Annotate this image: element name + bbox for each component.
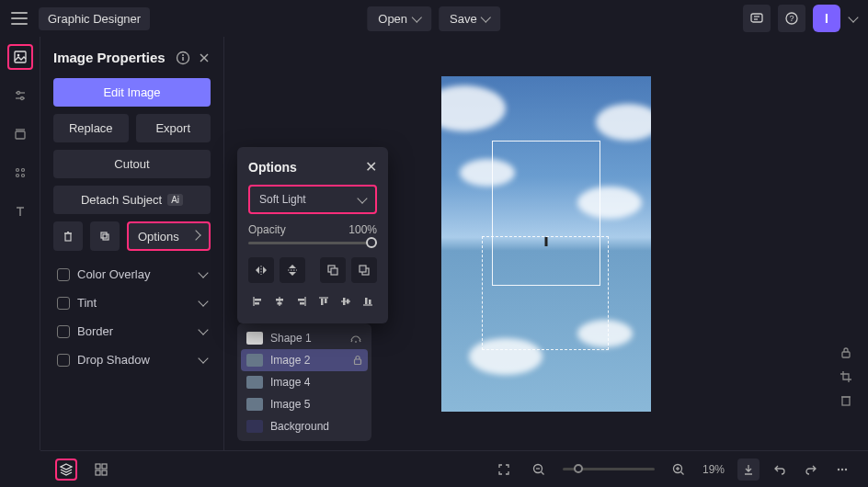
bring-forward-icon[interactable] — [320, 257, 346, 283]
svg-rect-24 — [65, 233, 71, 241]
grid-icon[interactable] — [90, 459, 112, 481]
canvas-image[interactable] — [441, 76, 651, 412]
svg-rect-55 — [369, 300, 371, 304]
blend-mode-value: Soft Light — [259, 193, 306, 206]
svg-rect-49 — [325, 299, 327, 303]
svg-rect-39 — [255, 299, 261, 301]
duplicate-button[interactable] — [90, 221, 120, 251]
chevron-down-icon — [198, 353, 208, 363]
svg-rect-28 — [103, 234, 108, 240]
help-button[interactable]: ? — [778, 5, 805, 32]
info-icon[interactable] — [176, 51, 190, 65]
layers-panel: Shape 1 Image 2 Image 4 Image 5 Backgrou… — [237, 323, 371, 441]
options-button[interactable]: Options — [127, 221, 211, 251]
svg-rect-27 — [101, 232, 107, 238]
download-icon[interactable] — [737, 459, 760, 481]
shapes-tool-icon[interactable] — [7, 160, 33, 186]
align-top-icon[interactable] — [314, 290, 333, 312]
layer-item[interactable]: Image 4 — [241, 371, 368, 393]
menu-icon[interactable] — [11, 12, 28, 25]
flip-horizontal-icon[interactable] — [248, 257, 274, 283]
properties-panel: Image Properties Edit Image Replace Expo… — [40, 37, 224, 450]
svg-rect-48 — [321, 299, 324, 305]
zoom-in-icon[interactable] — [668, 459, 690, 481]
zoom-thumb[interactable] — [574, 464, 583, 473]
comments-button[interactable] — [743, 5, 771, 32]
svg-rect-43 — [278, 302, 282, 305]
checkbox-icon — [57, 297, 70, 310]
lock-tool-icon[interactable] — [839, 345, 853, 360]
crop-tool-icon[interactable] — [839, 369, 853, 384]
chevron-down-icon — [198, 267, 208, 277]
text-tool-icon[interactable] — [7, 198, 33, 224]
hidden-icon[interactable] — [349, 334, 362, 343]
align-right-icon[interactable] — [292, 290, 311, 312]
image-tool-icon[interactable] — [7, 44, 33, 70]
slider-thumb[interactable] — [366, 237, 377, 248]
send-backward-icon[interactable] — [351, 257, 377, 283]
layers-toggle-icon[interactable] — [55, 459, 77, 481]
align-center-v-icon[interactable] — [337, 290, 355, 312]
close-icon[interactable] — [198, 51, 211, 64]
svg-rect-11 — [16, 131, 25, 139]
layer-item[interactable]: Image 2 — [241, 349, 368, 371]
tint-toggle[interactable]: Tint — [53, 289, 211, 317]
zoom-out-icon[interactable] — [528, 459, 550, 481]
selection-inner[interactable] — [482, 236, 609, 350]
drop-shadow-toggle[interactable]: Drop Shadow — [53, 345, 211, 374]
color-overlay-toggle[interactable]: Color Overlay — [53, 260, 211, 289]
opacity-label: Opacity — [248, 223, 286, 236]
cutout-button[interactable]: Cutout — [53, 150, 211, 178]
svg-point-14 — [21, 169, 24, 172]
more-icon[interactable] — [831, 459, 853, 481]
detach-subject-button[interactable]: Detach Subject Ai — [53, 186, 211, 214]
svg-point-16 — [21, 175, 24, 177]
flip-vertical-icon[interactable] — [280, 257, 305, 283]
open-dropdown[interactable]: Open — [367, 6, 431, 31]
svg-rect-45 — [298, 299, 304, 301]
adjust-tool-icon[interactable] — [7, 83, 33, 108]
redo-icon[interactable] — [800, 459, 822, 481]
svg-rect-63 — [102, 470, 107, 475]
opacity-value: 100% — [348, 223, 377, 236]
save-label: Save — [450, 12, 477, 26]
resize-tool-icon[interactable] — [7, 121, 33, 147]
undo-icon[interactable] — [769, 459, 791, 481]
fullscreen-icon[interactable] — [493, 459, 515, 481]
layer-thumbnail — [246, 398, 263, 411]
layer-item[interactable]: Background — [241, 415, 368, 437]
blend-mode-select[interactable]: Soft Light — [248, 185, 377, 214]
svg-rect-54 — [365, 298, 368, 304]
layer-name: Image 5 — [270, 398, 310, 411]
popup-title: Options — [248, 160, 365, 175]
chevron-down-icon — [198, 296, 208, 306]
options-label: Options — [138, 230, 179, 244]
svg-rect-60 — [96, 464, 100, 469]
svg-line-66 — [541, 471, 543, 474]
align-bottom-icon[interactable] — [359, 290, 377, 312]
zoom-slider[interactable] — [563, 468, 655, 470]
edit-image-button[interactable]: Edit Image — [53, 78, 211, 107]
lock-icon[interactable] — [353, 355, 362, 366]
chevron-down-icon[interactable] — [848, 12, 858, 22]
close-icon[interactable]: ✕ — [365, 158, 377, 176]
delete-button[interactable] — [53, 221, 83, 251]
svg-rect-40 — [255, 302, 259, 305]
border-toggle[interactable]: Border — [53, 317, 211, 345]
align-left-icon[interactable] — [248, 290, 267, 312]
save-dropdown[interactable]: Save — [439, 6, 501, 31]
svg-rect-37 — [360, 266, 366, 272]
panel-title: Image Properties — [53, 50, 168, 65]
layer-item[interactable]: Shape 1 — [241, 327, 368, 349]
align-center-h-icon[interactable] — [270, 290, 289, 312]
svg-rect-61 — [102, 464, 107, 469]
accordion-label: Tint — [77, 296, 97, 310]
delete-tool-icon[interactable] — [839, 393, 853, 408]
replace-button[interactable]: Replace — [53, 114, 129, 142]
user-avatar[interactable]: I — [813, 5, 840, 32]
opacity-slider[interactable] — [248, 242, 377, 244]
svg-point-73 — [845, 468, 847, 470]
export-button[interactable]: Export — [136, 114, 211, 142]
layer-thumbnail — [246, 332, 263, 345]
layer-item[interactable]: Image 5 — [241, 393, 368, 415]
